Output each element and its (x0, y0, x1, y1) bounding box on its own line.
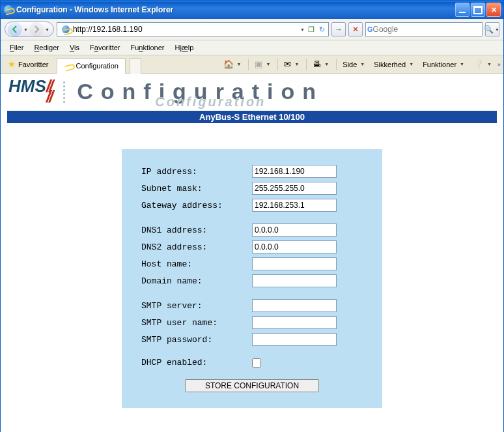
label-dns1: DNS1 address: (141, 225, 252, 235)
page-header: HMS// // Configuration Configuration (1, 74, 503, 107)
menu-funktioner[interactable]: Funktioner (127, 42, 169, 53)
mail-icon: ✉ (284, 59, 291, 69)
address-input[interactable] (73, 23, 299, 35)
page-title-shadow: Configuration (155, 94, 266, 109)
label-subnet: Subnet mask: (141, 184, 252, 194)
tab-favicon (64, 61, 73, 70)
divider (248, 59, 249, 70)
help-icon: ❔ (473, 59, 484, 69)
nav-row: ▼ ▼ ▼ ❐ ↻ → ✕ G 🔍▼ (1, 19, 503, 40)
address-dropdown[interactable]: ▼ (300, 27, 305, 32)
input-smtp-pass[interactable] (252, 333, 337, 346)
divider (336, 59, 337, 70)
label-dhcp: DHCP enabled: (141, 358, 252, 367)
product-bar: AnyBus-S Ethernet 10/100 (7, 111, 497, 123)
print-icon: 🖶 (313, 59, 321, 69)
app-window: Configuration - Windows Internet Explore… (0, 0, 504, 432)
tab-configuration[interactable]: Configuration (57, 58, 125, 74)
nav-back-forward: ▼ ▼ (5, 22, 54, 37)
stop-button[interactable]: ✕ (348, 22, 363, 36)
help-menu[interactable]: ❔▼ (470, 57, 496, 72)
config-form: IP address: Subnet mask: Gateway address… (122, 149, 382, 408)
favorites-label: Favoritter (18, 61, 48, 68)
label-smtp-server: SMTP server: (141, 301, 252, 311)
mail-button[interactable]: ✉▼ (281, 57, 303, 72)
input-ip[interactable] (252, 165, 337, 178)
title-bar: Configuration - Windows Internet Explore… (1, 1, 503, 19)
divider (306, 59, 307, 70)
label-dns2: DNS2 address: (141, 242, 252, 252)
forward-dropdown[interactable]: ▼ (45, 27, 49, 32)
input-smtp-server[interactable] (252, 299, 337, 312)
tab-label: Configuration (76, 62, 118, 70)
maximize-button[interactable] (471, 3, 485, 17)
input-dns1[interactable] (252, 223, 337, 237)
input-host[interactable] (252, 257, 337, 270)
back-dropdown[interactable]: ▼ (23, 27, 28, 32)
menu-bar: Filer Rediger Vis Favoritter Funktioner … (1, 40, 503, 55)
go-button[interactable]: → (331, 22, 346, 36)
divider (277, 59, 278, 70)
overflow-chevron[interactable]: » (497, 61, 501, 68)
compat-icon[interactable]: ❐ (306, 25, 316, 34)
minimize-button[interactable] (455, 3, 469, 17)
label-host: Host name: (141, 259, 252, 269)
home-button[interactable]: 🏠▼ (220, 57, 246, 72)
menu-favoritter[interactable]: Favoritter (86, 42, 124, 53)
checkbox-dhcp[interactable] (252, 358, 261, 367)
page-title-block: Configuration Configuration (77, 79, 324, 104)
security-menu[interactable]: Sikkerhed▼ (371, 57, 418, 72)
label-smtp-pass: SMTP password: (141, 335, 252, 345)
page-content: HMS// // Configuration Configuration Any… (1, 74, 503, 432)
search-button[interactable]: 🔍▼ (485, 22, 499, 36)
back-button[interactable] (8, 22, 22, 36)
feeds-button[interactable]: ▣▼ (251, 57, 275, 72)
input-dns2[interactable] (252, 240, 337, 253)
page-menu[interactable]: Side▼ (339, 57, 369, 72)
refresh-icon[interactable]: ↻ (316, 25, 327, 34)
toolbar-row: ★ Favoritter Configuration 🏠▼ ▣▼ ✉▼ 🖶▼ S… (1, 55, 503, 74)
menu-rediger[interactable]: Rediger (30, 42, 63, 53)
search-input[interactable] (373, 25, 481, 34)
store-configuration-button[interactable]: STORE CONFIGURATION (185, 379, 319, 392)
rss-icon: ▣ (255, 59, 262, 69)
input-smtp-user[interactable] (252, 316, 337, 329)
forward-button[interactable] (29, 22, 44, 36)
label-smtp-user: SMTP user name: (141, 318, 252, 328)
input-subnet[interactable] (252, 182, 337, 195)
home-icon: 🏠 (223, 59, 234, 69)
ie-icon (3, 5, 14, 15)
input-gateway[interactable] (252, 199, 337, 212)
favorites-button[interactable]: ★ Favoritter (3, 57, 53, 71)
close-button[interactable] (486, 3, 501, 17)
label-gateway: Gateway address: (141, 201, 252, 210)
tools-menu[interactable]: Funktioner▼ (419, 57, 469, 72)
new-tab-button[interactable] (130, 58, 141, 74)
search-bar[interactable]: G (365, 22, 483, 36)
print-button[interactable]: 🖶▼ (309, 57, 333, 72)
hms-logo: HMS// // (8, 81, 51, 102)
window-title: Configuration - Windows Internet Explore… (16, 5, 455, 14)
dots-separator (63, 81, 65, 103)
label-domain: Domain name: (141, 276, 252, 286)
menu-filer[interactable]: Filer (6, 42, 27, 53)
label-ip: IP address: (141, 167, 252, 177)
menu-hjaelp[interactable]: Hjælp (171, 42, 198, 53)
google-icon: G (367, 25, 373, 33)
page-favicon (61, 24, 71, 35)
menu-vis[interactable]: Vis (66, 42, 83, 53)
input-domain[interactable] (252, 274, 337, 287)
address-bar[interactable]: ▼ ❐ ↻ (57, 22, 329, 36)
star-icon: ★ (8, 59, 16, 69)
